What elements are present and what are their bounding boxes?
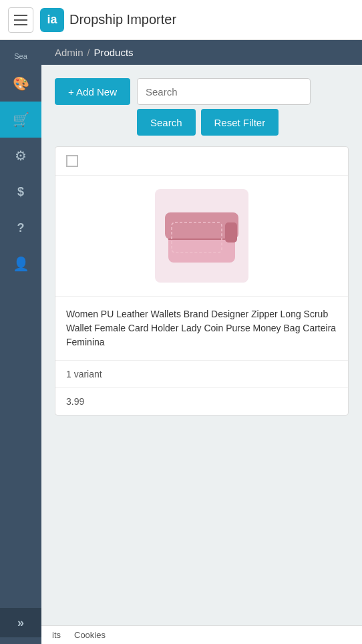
reset-filter-button[interactable]: Reset Filter [201, 109, 279, 136]
product-image-area [55, 176, 348, 297]
logo-icon: ia [40, 8, 64, 32]
product-price-row: 3.99 [55, 388, 348, 415]
sidebar-item-pricing[interactable]: $ [0, 174, 41, 210]
breadcrumb-admin-link[interactable]: Admin [55, 47, 83, 58]
logo-area: ia Dropship Importer [40, 8, 176, 32]
filter-buttons: Search Reset Filter [137, 109, 311, 136]
help-icon: ? [17, 221, 25, 235]
gear-icon: ⚙ [15, 148, 27, 164]
add-new-button[interactable]: + Add New [55, 78, 130, 105]
sidebar-item-help[interactable]: ? [0, 210, 41, 246]
expand-icon: » [17, 616, 24, 630]
user-icon: 👤 [13, 256, 29, 272]
sidebar-item-palette[interactable]: 🎨 [0, 65, 41, 102]
product-card-header [55, 147, 348, 176]
footer-link-its[interactable]: its [52, 630, 61, 640]
product-title: Women PU Leather Wallets Brand Designer … [66, 307, 337, 349]
products-section: + Add New Search Reset Filter [41, 65, 362, 625]
breadcrumb-current-page: Products [94, 47, 133, 58]
main-layout: Sea 🎨 🛒 ⚙ $ ? 👤 » Admin / Products [0, 40, 362, 644]
product-image [155, 189, 248, 283]
sidebar-top-text: Sea [11, 47, 30, 65]
content-area: Admin / Products + Add New Search Reset … [41, 40, 362, 644]
search-button[interactable]: Search [137, 109, 196, 136]
product-card: Women PU Leather Wallets Brand Designer … [55, 146, 349, 416]
hamburger-line-3 [14, 24, 27, 25]
hamburger-line-2 [14, 19, 27, 21]
breadcrumb-separator: / [87, 47, 90, 58]
top-header: ia Dropship Importer [0, 0, 362, 40]
palette-icon: 🎨 [13, 75, 29, 92]
footer-link-cookies[interactable]: Cookies [74, 630, 106, 640]
product-variant-row: 1 variant [55, 361, 348, 388]
sidebar: Sea 🎨 🛒 ⚙ $ ? 👤 » [0, 40, 41, 644]
cookie-bar: its Cookies [41, 625, 362, 644]
product-select-checkbox[interactable] [66, 155, 78, 167]
search-input[interactable] [137, 78, 311, 105]
svg-rect-3 [225, 222, 237, 243]
logo-letter: ia [47, 13, 57, 27]
sidebar-item-user[interactable]: 👤 [0, 246, 41, 282]
app-title: Dropship Importer [69, 12, 176, 27]
breadcrumb: Admin / Products [41, 40, 362, 65]
sidebar-item-settings[interactable]: ⚙ [0, 138, 41, 174]
dollar-icon: $ [17, 185, 24, 199]
hamburger-line-1 [14, 15, 27, 16]
product-title-area: Women PU Leather Wallets Brand Designer … [55, 297, 348, 361]
hamburger-menu-button[interactable] [8, 7, 33, 33]
sidebar-item-cart[interactable]: 🛒 [0, 102, 41, 138]
cart-icon: 🛒 [13, 112, 29, 128]
sidebar-expand-button[interactable]: » [0, 608, 41, 637]
toolbar: + Add New Search Reset Filter [55, 78, 349, 136]
search-filter-area: Search Reset Filter [137, 78, 311, 136]
